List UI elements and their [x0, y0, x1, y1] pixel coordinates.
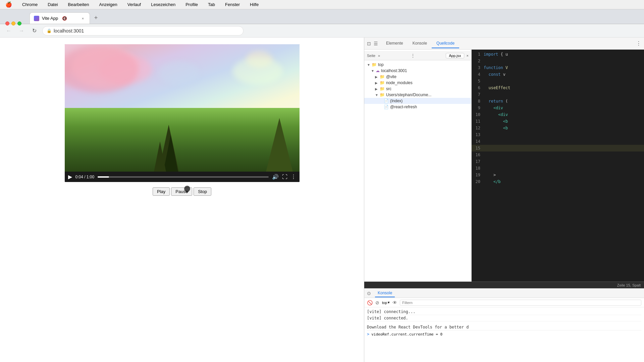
folder-icon-vite: 📁 — [380, 74, 385, 79]
line-num-11: 11 — [472, 118, 484, 124]
menu-fenster[interactable]: Fenster — [223, 1, 242, 8]
app-jsx-tab[interactable]: App.jsx — [446, 53, 464, 58]
apple-menu[interactable]: 🍎 — [3, 1, 14, 8]
video-controls-bar: ▶ 0:04 / 1:00 🔊 ⛶ ⋮ — [65, 172, 300, 182]
file-close-icon[interactable]: × — [467, 54, 469, 58]
file-tree: ▼ 📁 top ▼ ☁ localhost:3001 ▶ — [364, 60, 471, 111]
pause-button[interactable]: Pause — [171, 187, 192, 196]
new-tab-button[interactable]: + — [91, 13, 101, 22]
page-more-icon[interactable]: » — [378, 54, 380, 58]
tab-mute-icon[interactable]: 🔇 — [62, 16, 67, 21]
tab-elemente[interactable]: Elemente — [381, 39, 408, 48]
console-message-2: [vite] connected. — [367, 315, 641, 321]
menu-verlauf[interactable]: Verlauf — [125, 1, 143, 8]
forward-button[interactable]: → — [17, 26, 26, 36]
video-progress-bar[interactable] — [98, 176, 268, 178]
tree-item-top[interactable]: ▼ 📁 top — [364, 62, 471, 68]
console-notice: Download the React DevTools for a better… — [367, 324, 641, 330]
console-toolbar: 🚫 ⊘ top ▾ 👁 — [364, 298, 644, 307]
tree-arrow-top: ▼ — [367, 63, 370, 67]
reload-button[interactable]: ↻ — [30, 26, 39, 36]
tree-item-src[interactable]: ▶ 📁 src — [364, 86, 471, 92]
menu-bearbeiten[interactable]: Bearbeiten — [66, 1, 91, 8]
tree-item-localhost[interactable]: ▼ ☁ localhost:3001 — [364, 68, 471, 74]
close-window-button[interactable] — [5, 21, 9, 25]
code-line-6: 6 useEffect — [472, 84, 644, 91]
active-tab[interactable]: Vite App 🔇 × — [30, 12, 90, 24]
tree-label-src: src — [386, 86, 391, 91]
code-line-2: 2 — [472, 58, 644, 64]
tree-arrow-src: ▶ — [375, 87, 378, 91]
minimize-window-button[interactable] — [11, 21, 15, 25]
menu-lesezeichen[interactable]: Lesezeichen — [149, 1, 177, 8]
code-line-9: 9 <div — [472, 105, 644, 111]
console-message-1: [vite] connecting... — [367, 309, 641, 315]
page-label: Seite — [367, 54, 375, 58]
line-num-20: 20 — [472, 179, 484, 185]
video-play-icon[interactable]: ▶ — [68, 174, 72, 180]
cloud-icon: ☁ — [376, 68, 380, 73]
console-settings-icon[interactable]: ⊙ — [367, 291, 371, 296]
tab-quellcode[interactable]: Quellcode — [432, 39, 459, 48]
devtools-inspect-icon[interactable]: ⊡ — [367, 41, 371, 46]
devtools-more-icon[interactable]: ⋮ — [636, 40, 641, 47]
console-spacer — [367, 321, 641, 324]
code-line-18: 18 — [472, 165, 644, 172]
source-file-tab[interactable]: App.jsx × — [446, 54, 469, 58]
play-button[interactable]: Play — [153, 187, 170, 196]
menu-datei[interactable]: Datei — [46, 1, 60, 8]
code-line-20: 20 </b — [472, 178, 644, 185]
video-control-buttons: Play Pause Stop — [153, 187, 211, 196]
source-header-more[interactable]: ⋮ — [411, 53, 415, 58]
stop-button[interactable]: Stop — [194, 187, 211, 196]
code-line-13: 13 — [472, 131, 644, 138]
tab-close-button[interactable]: × — [80, 16, 86, 21]
cloud-6 — [232, 58, 283, 84]
devtools-console: ⊙ Konsole 🚫 ⊘ top ▾ 👁 [vite] connecting.… — [364, 288, 644, 362]
devtools-device-icon[interactable]: ☰ — [374, 41, 378, 46]
tree-item-index[interactable]: 📄 (Index) — [364, 98, 471, 104]
tree-item-node-modules[interactable]: ▶ 📁 node_modules — [364, 80, 471, 86]
console-eye-icon[interactable]: 👁 — [392, 300, 397, 305]
menu-anzeigen[interactable]: Anzeigen — [97, 1, 119, 8]
video-progress-fill — [98, 176, 109, 178]
line-num-9: 9 — [472, 105, 484, 111]
tree-item-react-refresh[interactable]: 📄 @react-refresh — [364, 104, 471, 110]
menu-tab[interactable]: Tab — [206, 1, 217, 8]
tab-konsole-bottom[interactable]: Konsole — [375, 289, 395, 297]
video-time: 0:04 / 1:00 — [75, 175, 95, 179]
file-icon-react-refresh: 📄 — [384, 105, 389, 109]
back-button[interactable]: ← — [4, 26, 13, 36]
tree-item-vite[interactable]: ▶ 📁 @vite — [364, 74, 471, 80]
console-top-dropdown-icon[interactable]: ▾ — [388, 300, 390, 305]
tree-label-index: (Index) — [390, 99, 402, 103]
console-prompt[interactable]: > videoRef.current.currentTime = 0 — [367, 330, 641, 338]
fullscreen-icon[interactable]: ⛶ — [282, 174, 287, 180]
line-num-5: 5 — [472, 78, 484, 84]
address-input[interactable]: 🔒 localhost:3001 — [42, 26, 244, 36]
line-num-17: 17 — [472, 159, 484, 165]
line-num-18: 18 — [472, 165, 484, 171]
console-block-icon[interactable]: ⊘ — [375, 300, 379, 305]
menu-hilfe[interactable]: Hilfe — [248, 1, 261, 8]
console-top-selector[interactable]: top ▾ — [382, 300, 390, 305]
line-num-16: 16 — [472, 152, 484, 158]
devtools-toggle-icons[interactable]: ⊡ ☰ — [367, 41, 378, 46]
volume-icon[interactable]: 🔊 — [272, 174, 279, 180]
traffic-lights — [5, 21, 21, 25]
source-panel-header: Seite » ⋮ App.jsx × — [364, 51, 471, 60]
tree-arrow-vite: ▶ — [375, 75, 378, 79]
more-options-icon[interactable]: ⋮ — [291, 174, 296, 180]
tree-item-users[interactable]: ▼ 📁 Users/stephan/Docume... — [364, 92, 471, 98]
menu-chrome[interactable]: Chrome — [20, 1, 40, 8]
line-num-13: 13 — [472, 132, 484, 138]
maximize-window-button[interactable] — [17, 21, 21, 25]
tab-konsole-top[interactable]: Konsole — [408, 39, 432, 48]
devtools-panel: ⊡ ☰ Elemente Konsole Quellcode ⋮ Seite »… — [364, 38, 644, 362]
console-clear-icon[interactable]: 🚫 — [367, 300, 373, 305]
console-filter-input[interactable] — [400, 300, 641, 306]
code-line-11: 11 <b — [472, 118, 644, 125]
console-top-label: top — [382, 301, 387, 305]
menu-profile[interactable]: Profile — [183, 1, 200, 8]
prompt-arrow-icon: > — [367, 332, 369, 337]
